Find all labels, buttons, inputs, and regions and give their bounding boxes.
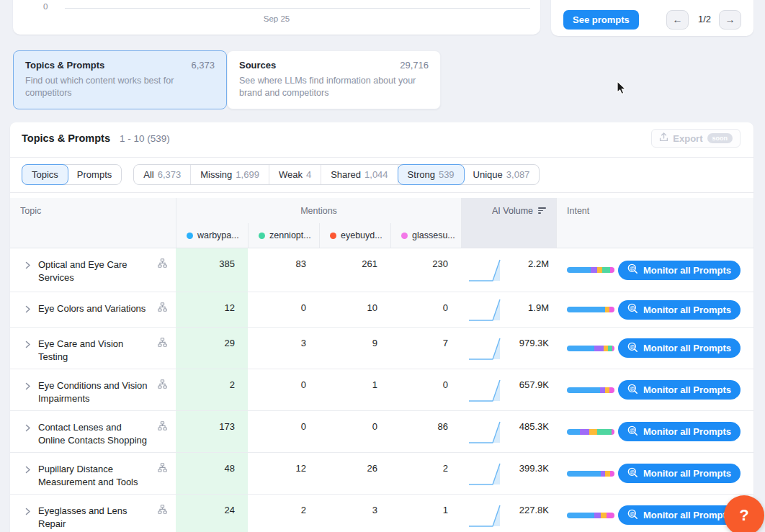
intent-distribution-bar [567, 513, 614, 518]
see-prompts-button[interactable]: See prompts [563, 10, 639, 30]
intent-segment-yellow [597, 267, 602, 273]
intent-segment-blue [567, 346, 594, 351]
brand-header[interactable]: glassesu... [390, 223, 461, 248]
column-header-topic[interactable]: Topic [10, 198, 176, 223]
column-header-intent[interactable]: Intent [556, 198, 753, 223]
intent-segment-pink [610, 471, 614, 477]
topic-hierarchy-icon[interactable] [158, 421, 167, 433]
mentions-value: 0 [248, 292, 319, 327]
export-icon [659, 132, 668, 144]
intent-segment-purple [600, 387, 605, 393]
filter-count: 1,699 [236, 169, 259, 180]
expand-chevron-icon[interactable] [24, 465, 31, 494]
topic-hierarchy-icon[interactable] [158, 302, 167, 314]
pager-next-button[interactable]: → [719, 10, 741, 30]
table-body: Optical and Eye Care Services38583261230… [10, 248, 753, 532]
filter-strong[interactable]: Strong539 [398, 164, 465, 185]
nav-card-topics-prompts[interactable]: Topics & Prompts 6,373 Find out which co… [13, 50, 227, 109]
topic-name[interactable]: Eye Care and Vision Testing [38, 338, 148, 369]
brand-header[interactable]: eyebuyd... [319, 223, 390, 248]
topic-name[interactable]: Eye Colors and Variations [38, 302, 148, 327]
table-row: Eye Colors and Variations1201001.9M@Moni… [10, 292, 753, 328]
table-title-row: Topics & Prompts 1 - 10 (539) Export soo… [10, 122, 753, 157]
svg-text:@: @ [630, 384, 635, 391]
header-spacer [461, 223, 556, 248]
topic-name[interactable]: Eyeglasses and Lens Repair [38, 505, 148, 532]
nav-card-description: See where LLMs find information about yo… [239, 75, 419, 99]
monitor-all-prompts-button[interactable]: @Monitor all Prompts [618, 300, 741, 320]
intent-segment-blue [567, 387, 600, 393]
topic-name[interactable]: Optical and Eye Care Services [38, 258, 148, 292]
topic-name[interactable]: Pupillary Distance Measurement and Tools [38, 463, 148, 494]
topic-hierarchy-icon[interactable] [158, 338, 167, 349]
intent-distribution-bar [567, 471, 614, 477]
intent-segment-pink [610, 267, 614, 273]
topic-cell: Eye Conditions and Vision Impairments [10, 369, 176, 410]
view-toggle-topics[interactable]: Topics [22, 164, 68, 185]
expand-chevron-icon[interactable] [24, 305, 31, 327]
chart-y-axis-tick: 0 [43, 2, 48, 11]
brand-header[interactable]: zenniopt... [248, 223, 319, 248]
intent-distribution-bar [567, 387, 614, 393]
mentions-value: 261 [319, 248, 390, 292]
monitor-all-prompts-button[interactable]: @Monitor all Prompts [618, 422, 741, 441]
mentions-value: 3 [319, 495, 390, 532]
monitor-all-prompts-button[interactable]: @Monitor all Prompts [618, 380, 741, 400]
topic-name[interactable]: Contact Lenses and Online Contacts Shopp… [38, 421, 148, 452]
expand-chevron-icon[interactable] [24, 340, 31, 369]
table-row: Eye Care and Vision Testing29397979.3K@M… [10, 328, 753, 369]
filter-missing[interactable]: Missing1,699 [191, 165, 269, 184]
expand-chevron-icon[interactable] [24, 382, 31, 410]
filter-all[interactable]: All6,373 [134, 165, 191, 184]
volume-sparkline [467, 502, 504, 531]
expand-chevron-icon[interactable] [24, 261, 31, 292]
expand-chevron-icon[interactable] [24, 423, 31, 452]
monitor-all-prompts-button[interactable]: @Monitor all Prompts [618, 505, 741, 525]
nav-card-sources[interactable]: Sources 29,716 See where LLMs find infor… [227, 50, 441, 109]
column-header-mentions[interactable]: Mentions [176, 198, 461, 223]
mentions-value: 83 [248, 248, 319, 292]
column-header-ai-volume[interactable]: AI Volume [461, 198, 556, 223]
ai-volume-value: 1.9M [528, 302, 549, 313]
help-button[interactable]: ? [724, 495, 764, 532]
topic-hierarchy-icon[interactable] [158, 258, 167, 270]
intent-segment-blue [567, 471, 601, 477]
nav-card-title: Topics & Prompts [25, 60, 104, 71]
prompt-monitor-icon: @ [627, 303, 638, 316]
ai-volume-value: 399.3K [519, 463, 549, 474]
mentions-value: 29 [176, 328, 248, 369]
table-row: Pupillary Distance Measurement and Tools… [10, 453, 753, 495]
mentions-value: 86 [390, 411, 461, 452]
filter-count: 6,373 [158, 169, 182, 180]
mentions-value: 2 [390, 453, 461, 494]
filter-weak[interactable]: Weak4 [269, 165, 321, 184]
filter-shared[interactable]: Shared1,044 [321, 165, 398, 184]
pager-prev-button[interactable]: ← [666, 10, 689, 30]
mentions-value: 1 [319, 369, 390, 410]
filter-count: 539 [439, 169, 455, 180]
topic-hierarchy-icon[interactable] [158, 463, 167, 474]
chart-gridline [65, 8, 530, 9]
monitor-all-prompts-button[interactable]: @Monitor all Prompts [618, 338, 741, 358]
topic-hierarchy-icon[interactable] [158, 379, 167, 391]
intent-segment-pink [612, 429, 614, 435]
monitor-all-prompts-button[interactable]: @Monitor all Prompts [618, 464, 741, 483]
brand-header[interactable]: warbypa... [176, 223, 248, 248]
mentions-value: 0 [319, 411, 390, 452]
header-spacer [556, 223, 753, 248]
monitor-all-prompts-button[interactable]: @Monitor all Prompts [618, 261, 741, 280]
ai-volume-cell: 399.3K [461, 453, 556, 494]
topic-hierarchy-icon[interactable] [158, 505, 167, 516]
view-toggle-prompts[interactable]: Prompts [68, 165, 121, 184]
topic-name[interactable]: Eye Conditions and Vision Impairments [38, 379, 148, 410]
nav-card-count: 29,716 [400, 60, 429, 71]
intent-segment-yellow [605, 471, 610, 477]
header-spacer [10, 223, 176, 248]
intent-distribution-bar [567, 429, 614, 435]
export-button[interactable]: Export soon [651, 129, 741, 148]
expand-chevron-icon[interactable] [24, 507, 31, 532]
table-row: Contact Lenses and Online Contacts Shopp… [10, 411, 753, 453]
svg-text:@: @ [630, 468, 635, 474]
intent-segment-blue [567, 429, 580, 435]
filter-unique[interactable]: Unique3,087 [464, 165, 540, 184]
